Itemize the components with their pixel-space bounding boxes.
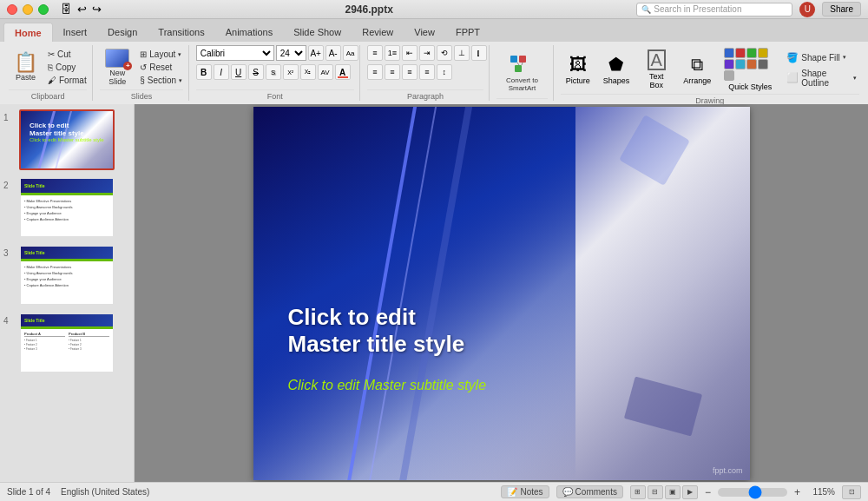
font-row2: B I U S S X² X₂ AV A	[196, 64, 351, 80]
ribbon-group-slides: + NewSlide ⊞ Layout ▾ ↺ Reset § Section …	[95, 45, 188, 101]
tab-view[interactable]: View	[404, 23, 445, 42]
smartart-label: Convert toSmartArt	[506, 76, 538, 92]
ribbon-group-drawing: 🖼 Picture ⬟ Shapes A Text Box ⧉ Arrange	[556, 45, 865, 101]
slide-info: Slide 1 of 4	[7, 487, 50, 497]
quick-styles-button[interactable]: Quick Styles	[719, 45, 781, 94]
reset-button[interactable]: ↺ Reset	[137, 62, 185, 73]
search-placeholder: Search in Presentation	[654, 4, 741, 14]
notes-button[interactable]: 📝 Notes	[501, 485, 549, 498]
shadow-button[interactable]: S	[266, 64, 281, 80]
superscript-button[interactable]: X²	[283, 64, 299, 80]
italic-button[interactable]: I	[214, 64, 229, 80]
arrange-button[interactable]: ⧉ Arrange	[678, 52, 716, 88]
cut-button[interactable]: ✂ Cut	[45, 49, 89, 60]
main-slide-canvas[interactable]: Click to edit Master title style Click t…	[253, 107, 750, 480]
reading-view-button[interactable]: ▣	[665, 485, 681, 499]
textbox-button[interactable]: A Text Box	[637, 47, 675, 92]
numbering-button[interactable]: 1≡	[385, 45, 400, 61]
subscript-button[interactable]: X₂	[300, 64, 316, 80]
shape-outline-button[interactable]: ⬜ Shape Outline ▾	[784, 68, 859, 89]
decrease-font-button[interactable]: A-	[326, 45, 341, 61]
paste-button[interactable]: 📋 Paste	[9, 50, 43, 85]
increase-font-button[interactable]: A+	[308, 45, 324, 61]
font-color-button[interactable]: A	[335, 64, 351, 80]
font-name-select[interactable]: Calibri	[196, 45, 274, 61]
font-controls: Calibri 24 A+ A- Aa B I U S S X² X₂ AV A	[196, 45, 354, 89]
align-left-button[interactable]: ≡	[367, 64, 383, 80]
minimize-button[interactable]	[23, 4, 33, 15]
strikethrough-button[interactable]: S	[248, 64, 264, 80]
slide-thumb-1[interactable]: 1 Click to edit Master title style Click…	[3, 109, 130, 170]
tab-slideshow[interactable]: Slide Show	[283, 23, 352, 42]
format-button[interactable]: 🖌 Format	[45, 75, 89, 86]
picture-button[interactable]: 🖼 Picture	[561, 52, 595, 88]
shape-fill-button[interactable]: 🪣 Shape Fill ▾	[784, 51, 859, 64]
canvas-area[interactable]: Click to edit Master title style Click t…	[135, 104, 868, 482]
toolbar-icon-1[interactable]: 🗄	[61, 3, 72, 16]
increase-indent-button[interactable]: ⇥	[419, 45, 435, 61]
line-spacing-button[interactable]: ↕	[437, 64, 452, 80]
char-spacing-button[interactable]: AV	[318, 64, 333, 80]
paragraph-controls: ≡ 1≡ ⇤ ⇥ ⟲ ⊥ ⫿ ≡ ≡ ≡ ≡ ↕	[367, 45, 483, 89]
fit-to-window-button[interactable]: ⊡	[842, 485, 861, 499]
main-slide-subtitle[interactable]: Click to edit Master subtitle style	[288, 378, 487, 393]
section-button[interactable]: § Section ▾	[137, 75, 185, 86]
copy-button[interactable]: ⎘ Copy	[45, 62, 89, 73]
slide-3-preview: Slide Title • Make Effective Presentatio…	[21, 247, 113, 304]
s4-col1-title: Product A	[24, 332, 65, 337]
text-direction-button[interactable]: ⟲	[437, 45, 452, 61]
shape-outline-arrow: ▾	[853, 75, 857, 82]
maximize-button[interactable]	[38, 4, 49, 15]
tab-insert[interactable]: Insert	[53, 23, 98, 42]
align-center-button[interactable]: ≡	[385, 64, 400, 80]
share-button[interactable]: Share	[822, 2, 861, 16]
font-size-select[interactable]: 24	[276, 45, 306, 61]
slide-thumb-4[interactable]: 4 Slide Title Product A • Feature 1 • Fe…	[3, 313, 130, 373]
tab-home[interactable]: Home	[3, 23, 53, 42]
comments-button[interactable]: 💬 Comments	[556, 485, 623, 498]
zoom-plus-icon[interactable]: +	[794, 486, 800, 498]
layout-button[interactable]: ⊞ Layout ▾	[137, 49, 185, 60]
slides-buttons: + NewSlide ⊞ Layout ▾ ↺ Reset § Section …	[100, 45, 182, 89]
shape-outline-icon: ⬜	[786, 72, 799, 83]
slide-img-4[interactable]: Slide Title Product A • Feature 1 • Feat…	[19, 313, 115, 373]
cut-label: Cut	[57, 49, 71, 59]
clear-format-button[interactable]: Aa	[343, 45, 358, 61]
align-text-button[interactable]: ⊥	[454, 45, 470, 61]
slide-img-3[interactable]: Slide Title • Make Effective Presentatio…	[19, 245, 115, 306]
notes-icon: 📝	[507, 487, 517, 497]
new-slide-button[interactable]: + NewSlide	[100, 46, 135, 89]
tab-review[interactable]: Review	[352, 23, 404, 42]
justify-button[interactable]: ≡	[419, 64, 435, 80]
slideshow-button[interactable]: ▶	[682, 485, 698, 499]
toolbar-icon-2[interactable]: ↩	[77, 3, 87, 16]
bold-button[interactable]: B	[196, 64, 212, 80]
main-slide-title[interactable]: Click to edit Master title style	[288, 304, 465, 358]
slide-img-2[interactable]: Slide Title • Make Effective Presentatio…	[19, 177, 115, 238]
tab-fppt[interactable]: FPPT	[445, 23, 490, 42]
tab-animations[interactable]: Animations	[215, 23, 283, 42]
slide-sorter-button[interactable]: ⊟	[648, 485, 663, 499]
tab-transitions[interactable]: Transitions	[148, 23, 214, 42]
search-box[interactable]: 🔍 Search in Presentation	[636, 3, 792, 16]
decrease-indent-button[interactable]: ⇤	[402, 45, 418, 61]
align-right-button[interactable]: ≡	[402, 64, 418, 80]
tab-design[interactable]: Design	[97, 23, 148, 42]
user-avatar[interactable]: U	[799, 2, 815, 17]
toolbar-icon-3[interactable]: ↪	[92, 3, 102, 16]
section-arrow: ▾	[179, 77, 182, 84]
convert-smartart-button[interactable]: Convert toSmartArt	[496, 50, 547, 94]
zoom-minus-icon[interactable]: −	[705, 486, 711, 498]
main-title-line1: Click to edit	[288, 304, 465, 331]
slide-thumb-3[interactable]: 3 Slide Title • Make Effective Presentat…	[3, 245, 130, 306]
columns-button[interactable]: ⫿	[471, 45, 487, 61]
underline-button[interactable]: U	[231, 64, 247, 80]
slide-thumb-2[interactable]: 2 Slide Title • Make Effective Presentat…	[3, 177, 130, 238]
normal-view-button[interactable]: ⊞	[630, 485, 646, 499]
close-button[interactable]	[7, 4, 17, 15]
bullets-button[interactable]: ≡	[367, 45, 383, 61]
zoom-slider[interactable]	[718, 488, 787, 497]
slide-img-1[interactable]: Click to edit Master title style Click t…	[19, 109, 115, 170]
s1-subtitle: Click to edit Master subtitle style	[30, 137, 104, 142]
shapes-button[interactable]: ⬟ Shapes	[598, 51, 635, 88]
